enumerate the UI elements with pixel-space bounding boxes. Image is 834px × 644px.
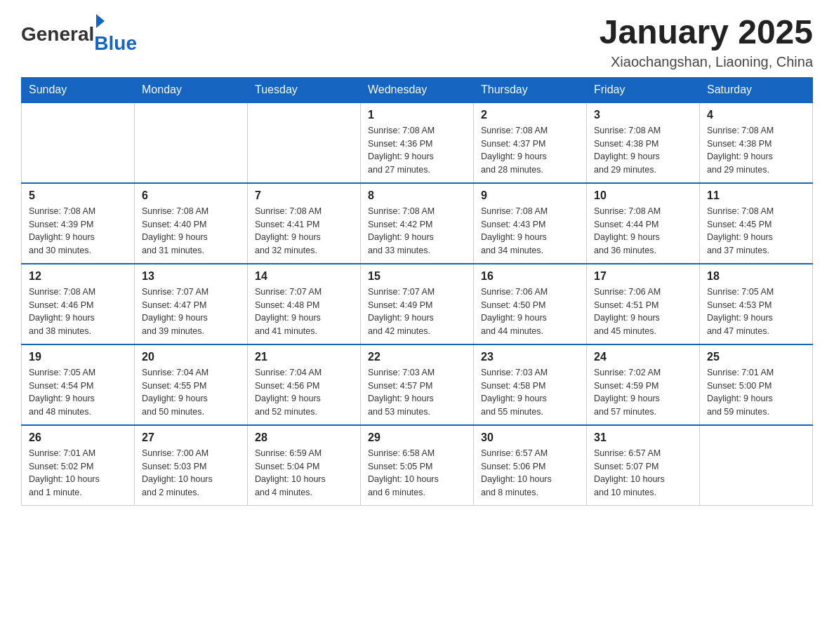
- day-info: Sunrise: 7:07 AMSunset: 4:48 PMDaylight:…: [255, 286, 353, 338]
- day-number: 31: [594, 431, 692, 444]
- day-info: Sunrise: 6:57 AMSunset: 5:06 PMDaylight:…: [481, 447, 579, 499]
- day-info: Sunrise: 7:08 AMSunset: 4:39 PMDaylight:…: [29, 205, 127, 257]
- day-number: 18: [707, 270, 805, 283]
- day-number: 25: [707, 351, 805, 363]
- day-number: 2: [481, 109, 579, 121]
- day-number: 30: [481, 431, 579, 444]
- day-number: 15: [368, 270, 466, 283]
- table-row: 11Sunrise: 7:08 AMSunset: 4:45 PMDayligh…: [700, 183, 813, 264]
- table-row: 27Sunrise: 7:00 AMSunset: 5:03 PMDayligh…: [135, 425, 248, 506]
- calendar-week-row: 5Sunrise: 7:08 AMSunset: 4:39 PMDaylight…: [22, 183, 813, 264]
- header-monday: Monday: [135, 77, 248, 102]
- calendar-week-row: 12Sunrise: 7:08 AMSunset: 4:46 PMDayligh…: [22, 264, 813, 344]
- table-row: 19Sunrise: 7:05 AMSunset: 4:54 PMDayligh…: [22, 344, 135, 425]
- table-row: 3Sunrise: 7:08 AMSunset: 4:38 PMDaylight…: [587, 102, 700, 183]
- table-row: 7Sunrise: 7:08 AMSunset: 4:41 PMDaylight…: [248, 183, 361, 264]
- table-row: 28Sunrise: 6:59 AMSunset: 5:04 PMDayligh…: [248, 425, 361, 506]
- calendar-week-row: 1Sunrise: 7:08 AMSunset: 4:36 PMDaylight…: [22, 102, 813, 183]
- day-info: Sunrise: 7:01 AMSunset: 5:02 PMDaylight:…: [29, 447, 127, 499]
- day-info: Sunrise: 7:07 AMSunset: 4:47 PMDaylight:…: [142, 286, 240, 338]
- day-number: 4: [707, 109, 805, 121]
- day-number: 6: [142, 189, 240, 202]
- day-info: Sunrise: 6:58 AMSunset: 5:05 PMDaylight:…: [368, 447, 466, 499]
- day-info: Sunrise: 7:03 AMSunset: 4:58 PMDaylight:…: [481, 366, 579, 419]
- table-row: 10Sunrise: 7:08 AMSunset: 4:44 PMDayligh…: [587, 183, 700, 264]
- table-row: [248, 102, 361, 183]
- header-thursday: Thursday: [474, 77, 587, 102]
- table-row: 2Sunrise: 7:08 AMSunset: 4:37 PMDaylight…: [474, 102, 587, 183]
- day-info: Sunrise: 6:59 AMSunset: 5:04 PMDaylight:…: [255, 447, 353, 499]
- header-sunday: Sunday: [22, 77, 135, 102]
- table-row: [700, 425, 813, 506]
- day-info: Sunrise: 7:08 AMSunset: 4:36 PMDaylight:…: [368, 124, 466, 177]
- calendar-week-row: 26Sunrise: 7:01 AMSunset: 5:02 PMDayligh…: [22, 425, 813, 506]
- day-info: Sunrise: 7:08 AMSunset: 4:42 PMDaylight:…: [368, 205, 466, 257]
- day-info: Sunrise: 7:08 AMSunset: 4:46 PMDaylight:…: [29, 286, 127, 338]
- day-info: Sunrise: 7:08 AMSunset: 4:44 PMDaylight:…: [594, 205, 692, 257]
- day-info: Sunrise: 7:08 AMSunset: 4:40 PMDaylight:…: [142, 205, 240, 257]
- day-info: Sunrise: 7:01 AMSunset: 5:00 PMDaylight:…: [707, 366, 805, 419]
- logo: General Blue: [21, 14, 137, 55]
- table-row: 1Sunrise: 7:08 AMSunset: 4:36 PMDaylight…: [361, 102, 474, 183]
- table-row: 16Sunrise: 7:06 AMSunset: 4:50 PMDayligh…: [474, 264, 587, 344]
- table-row: 8Sunrise: 7:08 AMSunset: 4:42 PMDaylight…: [361, 183, 474, 264]
- day-number: 7: [255, 189, 353, 202]
- day-number: 10: [594, 189, 692, 202]
- day-number: 13: [142, 270, 240, 283]
- day-info: Sunrise: 7:06 AMSunset: 4:51 PMDaylight:…: [594, 286, 692, 338]
- table-row: 20Sunrise: 7:04 AMSunset: 4:55 PMDayligh…: [135, 344, 248, 425]
- day-info: Sunrise: 7:05 AMSunset: 4:53 PMDaylight:…: [707, 286, 805, 338]
- table-row: 9Sunrise: 7:08 AMSunset: 4:43 PMDaylight…: [474, 183, 587, 264]
- weekday-header-row: Sunday Monday Tuesday Wednesday Thursday…: [22, 77, 813, 102]
- day-info: Sunrise: 7:03 AMSunset: 4:57 PMDaylight:…: [368, 366, 466, 419]
- day-info: Sunrise: 7:08 AMSunset: 4:37 PMDaylight:…: [481, 124, 579, 177]
- day-number: 23: [481, 351, 579, 363]
- calendar-week-row: 19Sunrise: 7:05 AMSunset: 4:54 PMDayligh…: [22, 344, 813, 425]
- table-row: 12Sunrise: 7:08 AMSunset: 4:46 PMDayligh…: [22, 264, 135, 344]
- day-info: Sunrise: 6:57 AMSunset: 5:07 PMDaylight:…: [594, 447, 692, 499]
- table-row: 24Sunrise: 7:02 AMSunset: 4:59 PMDayligh…: [587, 344, 700, 425]
- calendar-subtitle: Xiaochangshan, Liaoning, China: [600, 54, 813, 70]
- day-number: 20: [142, 351, 240, 363]
- logo-blue: Blue: [94, 32, 137, 55]
- day-info: Sunrise: 7:08 AMSunset: 4:38 PMDaylight:…: [594, 124, 692, 177]
- table-row: 23Sunrise: 7:03 AMSunset: 4:58 PMDayligh…: [474, 344, 587, 425]
- logo-general: General: [21, 23, 94, 46]
- day-info: Sunrise: 7:08 AMSunset: 4:38 PMDaylight:…: [707, 124, 805, 177]
- day-number: 5: [29, 189, 127, 202]
- day-info: Sunrise: 7:08 AMSunset: 4:43 PMDaylight:…: [481, 205, 579, 257]
- day-number: 26: [29, 431, 127, 444]
- day-number: 27: [142, 431, 240, 444]
- header-tuesday: Tuesday: [248, 77, 361, 102]
- day-number: 3: [594, 109, 692, 121]
- table-row: 30Sunrise: 6:57 AMSunset: 5:06 PMDayligh…: [474, 425, 587, 506]
- day-number: 12: [29, 270, 127, 283]
- header-friday: Friday: [587, 77, 700, 102]
- day-number: 21: [255, 351, 353, 363]
- table-row: [22, 102, 135, 183]
- calendar-table: Sunday Monday Tuesday Wednesday Thursday…: [21, 77, 813, 506]
- title-block: January 2025 Xiaochangshan, Liaoning, Ch…: [600, 14, 813, 70]
- day-info: Sunrise: 7:07 AMSunset: 4:49 PMDaylight:…: [368, 286, 466, 338]
- table-row: 17Sunrise: 7:06 AMSunset: 4:51 PMDayligh…: [587, 264, 700, 344]
- day-info: Sunrise: 7:04 AMSunset: 4:55 PMDaylight:…: [142, 366, 240, 419]
- day-info: Sunrise: 7:08 AMSunset: 4:41 PMDaylight:…: [255, 205, 353, 257]
- day-number: 8: [368, 189, 466, 202]
- table-row: 21Sunrise: 7:04 AMSunset: 4:56 PMDayligh…: [248, 344, 361, 425]
- table-row: 15Sunrise: 7:07 AMSunset: 4:49 PMDayligh…: [361, 264, 474, 344]
- calendar-title: January 2025: [600, 14, 813, 51]
- day-number: 1: [368, 109, 466, 121]
- table-row: 26Sunrise: 7:01 AMSunset: 5:02 PMDayligh…: [22, 425, 135, 506]
- day-info: Sunrise: 7:08 AMSunset: 4:45 PMDaylight:…: [707, 205, 805, 257]
- day-number: 19: [29, 351, 127, 363]
- table-row: 22Sunrise: 7:03 AMSunset: 4:57 PMDayligh…: [361, 344, 474, 425]
- day-info: Sunrise: 7:05 AMSunset: 4:54 PMDaylight:…: [29, 366, 127, 419]
- day-number: 11: [707, 189, 805, 202]
- table-row: 29Sunrise: 6:58 AMSunset: 5:05 PMDayligh…: [361, 425, 474, 506]
- day-number: 22: [368, 351, 466, 363]
- day-number: 29: [368, 431, 466, 444]
- logo-arrow-icon: [96, 14, 105, 28]
- table-row: 13Sunrise: 7:07 AMSunset: 4:47 PMDayligh…: [135, 264, 248, 344]
- day-number: 9: [481, 189, 579, 202]
- day-info: Sunrise: 7:06 AMSunset: 4:50 PMDaylight:…: [481, 286, 579, 338]
